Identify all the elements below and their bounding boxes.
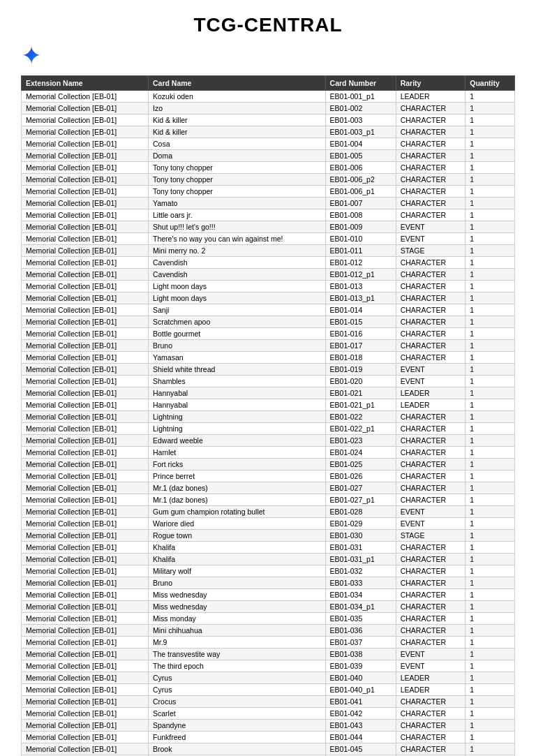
cell-21-3: CHARACTER — [396, 340, 466, 352]
cell-52-2: EB01-042 — [325, 708, 396, 720]
cell-17-3: CHARACTER — [396, 292, 466, 304]
cell-38-4: 1 — [466, 542, 515, 554]
cell-41-4: 1 — [466, 577, 515, 589]
table-row: Memorial Collection [EB-01]The third epo… — [22, 660, 515, 672]
table-row: Memorial Collection [EB-01]SpandyneEB01-… — [22, 720, 515, 732]
cell-21-0: Memorial Collection [EB-01] — [22, 340, 149, 352]
cell-14-2: EB01-012 — [325, 257, 396, 269]
cell-13-2: EB01-011 — [325, 245, 396, 257]
cell-32-0: Memorial Collection [EB-01] — [22, 470, 149, 482]
cell-53-0: Memorial Collection [EB-01] — [22, 720, 149, 732]
table-row: Memorial Collection [EB-01]CavendishEB01… — [22, 269, 515, 281]
cell-11-1: Shut up!!! let's go!!! — [149, 221, 326, 233]
cell-15-1: Cavendish — [149, 269, 326, 281]
cell-7-1: Tony tony chopper — [149, 174, 326, 186]
cell-4-2: EB01-004 — [325, 138, 396, 150]
cell-2-3: CHARACTER — [396, 114, 466, 126]
cell-9-4: 1 — [466, 198, 515, 209]
cell-43-2: EB01-034_p1 — [325, 601, 396, 613]
cell-54-0: Memorial Collection [EB-01] — [22, 732, 149, 743]
cell-28-2: EB01-022_p1 — [325, 423, 396, 435]
cell-44-0: Memorial Collection [EB-01] — [22, 613, 149, 625]
cell-18-4: 1 — [466, 304, 515, 316]
table-row: Memorial Collection [EB-01]Shield white … — [22, 364, 515, 376]
cell-54-4: 1 — [466, 732, 515, 743]
logo-area: ✦ — [21, 43, 515, 68]
cell-30-1: Hamlet — [149, 447, 326, 459]
cell-36-2: EB01-029 — [325, 518, 396, 530]
cell-29-1: Edward weeble — [149, 435, 326, 447]
cell-19-1: Scratchmen apoo — [149, 316, 326, 328]
cell-1-2: EB01-002 — [325, 103, 396, 114]
cell-10-2: EB01-008 — [325, 209, 396, 221]
cell-31-4: 1 — [466, 459, 515, 470]
cell-45-1: Mini chihuahua — [149, 625, 326, 637]
table-row: Memorial Collection [EB-01]Kid & killerE… — [22, 114, 515, 126]
cell-8-0: Memorial Collection [EB-01] — [22, 186, 149, 198]
cell-1-1: Izo — [149, 103, 326, 114]
cell-13-3: STAGE — [396, 245, 466, 257]
cell-10-3: CHARACTER — [396, 209, 466, 221]
cell-54-1: Funkfreed — [149, 732, 326, 743]
cell-2-1: Kid & killer — [149, 114, 326, 126]
cell-35-3: EVENT — [396, 506, 466, 518]
cell-16-0: Memorial Collection [EB-01] — [22, 281, 149, 292]
cell-40-2: EB01-032 — [325, 565, 396, 577]
cell-24-1: Shambles — [149, 376, 326, 387]
cell-34-1: Mr.1 (daz bones) — [149, 494, 326, 506]
col-extension: Extension Name — [22, 76, 149, 91]
table-row: Memorial Collection [EB-01]Light moon da… — [22, 292, 515, 304]
cell-0-3: LEADER — [396, 91, 466, 103]
cell-9-0: Memorial Collection [EB-01] — [22, 198, 149, 209]
table-row: Memorial Collection [EB-01]Bottle gourme… — [22, 328, 515, 340]
table-row: Memorial Collection [EB-01]Shut up!!! le… — [22, 221, 515, 233]
cell-34-2: EB01-027_p1 — [325, 494, 396, 506]
cell-22-4: 1 — [466, 352, 515, 364]
cell-31-3: CHARACTER — [396, 459, 466, 470]
cell-11-0: Memorial Collection [EB-01] — [22, 221, 149, 233]
cell-22-2: EB01-018 — [325, 352, 396, 364]
cell-6-0: Memorial Collection [EB-01] — [22, 162, 149, 174]
cell-32-2: EB01-026 — [325, 470, 396, 482]
cell-30-0: Memorial Collection [EB-01] — [22, 447, 149, 459]
cell-12-4: 1 — [466, 233, 515, 245]
cell-49-2: EB01-040 — [325, 672, 396, 684]
table-row: Memorial Collection [EB-01]Edward weeble… — [22, 435, 515, 447]
cell-15-2: EB01-012_p1 — [325, 269, 396, 281]
cell-24-3: EVENT — [396, 376, 466, 387]
table-row: Memorial Collection [EB-01]Kid & killerE… — [22, 126, 515, 138]
cell-50-2: EB01-040_p1 — [325, 684, 396, 696]
cell-29-0: Memorial Collection [EB-01] — [22, 435, 149, 447]
cell-38-0: Memorial Collection [EB-01] — [22, 542, 149, 554]
cell-25-3: LEADER — [396, 387, 466, 399]
table-row: Memorial Collection [EB-01]YamasanEB01-0… — [22, 352, 515, 364]
cell-33-3: CHARACTER — [396, 482, 466, 494]
cell-41-3: CHARACTER — [396, 577, 466, 589]
table-body: Memorial Collection [EB-01]Kozuki odenEB… — [22, 91, 515, 757]
cell-50-0: Memorial Collection [EB-01] — [22, 684, 149, 696]
table-row: Memorial Collection [EB-01]KhalifaEB01-0… — [22, 542, 515, 554]
cell-27-4: 1 — [466, 411, 515, 423]
table-row: Memorial Collection [EB-01]BrunoEB01-017… — [22, 340, 515, 352]
cell-20-2: EB01-016 — [325, 328, 396, 340]
cell-55-2: EB01-045 — [325, 743, 396, 755]
cell-6-1: Tony tony chopper — [149, 162, 326, 174]
cell-47-1: The transvestite way — [149, 648, 326, 660]
cell-51-0: Memorial Collection [EB-01] — [22, 696, 149, 708]
cell-17-2: EB01-013_p1 — [325, 292, 396, 304]
cell-45-4: 1 — [466, 625, 515, 637]
cell-17-0: Memorial Collection [EB-01] — [22, 292, 149, 304]
cell-37-1: Rogue town — [149, 530, 326, 542]
cell-33-2: EB01-027 — [325, 482, 396, 494]
cell-29-4: 1 — [466, 435, 515, 447]
cell-10-0: Memorial Collection [EB-01] — [22, 209, 149, 221]
cell-53-3: CHARACTER — [396, 720, 466, 732]
cell-8-3: CHARACTER — [396, 186, 466, 198]
cell-7-3: CHARACTER — [396, 174, 466, 186]
table-row: Memorial Collection [EB-01]CavendishEB01… — [22, 257, 515, 269]
cell-36-1: Wariore died — [149, 518, 326, 530]
cell-40-4: 1 — [466, 565, 515, 577]
table-row: Memorial Collection [EB-01]Mr.1 (daz bon… — [22, 494, 515, 506]
cell-27-1: Lightning — [149, 411, 326, 423]
table-row: Memorial Collection [EB-01]Mini chihuahu… — [22, 625, 515, 637]
